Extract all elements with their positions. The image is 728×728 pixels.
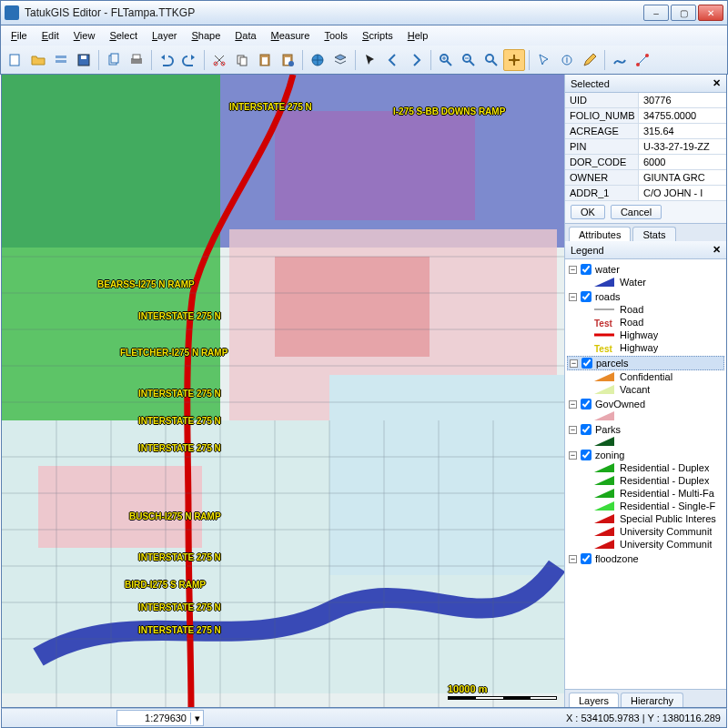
legend-item[interactable]: Residential - Multi-Fa: [594, 487, 724, 500]
legend-item[interactable]: Residential - Duplex: [594, 474, 724, 487]
legend-item[interactable]: Confidential: [594, 370, 724, 383]
paste-button[interactable]: [254, 49, 276, 71]
close-button[interactable]: ✕: [698, 5, 723, 21]
cut-button[interactable]: [208, 49, 230, 71]
open-layer-button[interactable]: [50, 49, 72, 71]
menu-edit[interactable]: Edit: [35, 28, 66, 43]
menu-measure[interactable]: Measure: [265, 28, 317, 43]
legend-group-roads[interactable]: −roads: [567, 290, 724, 303]
layer-visibility-checkbox[interactable]: [581, 553, 592, 564]
scale-input[interactable]: [117, 713, 190, 723]
identify-button[interactable]: i: [556, 49, 578, 71]
tab-stats[interactable]: Stats: [632, 227, 675, 241]
expand-icon[interactable]: −: [569, 293, 577, 301]
tab-attributes[interactable]: Attributes: [569, 227, 631, 241]
layer-visibility-checkbox[interactable]: [581, 450, 592, 460]
select-tool-button[interactable]: [533, 49, 555, 71]
zoom-full-button[interactable]: [480, 49, 502, 71]
attr-value[interactable]: 34755.0000: [638, 108, 726, 124]
menu-view[interactable]: View: [67, 28, 102, 43]
chevron-down-icon[interactable]: ▾: [190, 713, 203, 724]
menu-data[interactable]: Data: [228, 28, 262, 43]
expand-icon[interactable]: −: [569, 400, 577, 409]
legend-item[interactable]: University Communit: [594, 538, 724, 551]
cancel-button[interactable]: Cancel: [611, 205, 662, 219]
layer-visibility-checkbox[interactable]: [581, 358, 592, 369]
layer-visibility-checkbox[interactable]: [581, 399, 592, 410]
legend-item[interactable]: Special Public Interes: [594, 512, 724, 525]
open-button[interactable]: [27, 49, 49, 71]
legend-group-GovOwned[interactable]: −GovOwned: [567, 398, 724, 410]
print-button[interactable]: [126, 49, 147, 71]
legend-panel-close-icon[interactable]: ✕: [713, 244, 721, 256]
attr-value[interactable]: 6000: [638, 155, 726, 170]
expand-icon[interactable]: −: [569, 426, 577, 434]
new-project-button[interactable]: [5, 49, 26, 71]
scale-combobox[interactable]: ▾: [116, 710, 204, 726]
legend-item[interactable]: Water: [594, 276, 724, 288]
legend-item-label: Road: [620, 317, 643, 328]
map-viewport[interactable]: INTERSTATE 275 NI-275 S-BB DOWNS RAMPBEA…: [2, 75, 564, 707]
minimize-button[interactable]: –: [643, 5, 669, 21]
legend-item[interactable]: TestRoad: [594, 316, 724, 329]
attr-value[interactable]: C/O JOHN - I: [638, 186, 726, 201]
redo-button[interactable]: [178, 49, 200, 71]
legend-item[interactable]: [594, 410, 724, 421]
legend-item[interactable]: TestHighway: [594, 341, 724, 354]
menu-shape[interactable]: Shape: [186, 28, 228, 43]
selected-panel-close-icon[interactable]: ✕: [713, 77, 721, 89]
attribute-grid[interactable]: UID30776FOLIO_NUMB34755.0000ACREAGE315.6…: [565, 93, 726, 201]
zoom-out-button[interactable]: [458, 49, 480, 71]
nav-fwd-button[interactable]: [405, 49, 427, 71]
road-label: INTERSTATE 275 N: [138, 602, 221, 612]
undo-button[interactable]: [156, 49, 177, 71]
save-button[interactable]: [73, 49, 95, 71]
legend-item[interactable]: Road: [594, 303, 724, 316]
maximize-button[interactable]: ▢: [671, 5, 696, 21]
legend-item[interactable]: University Communit: [594, 525, 724, 538]
legend-group-Parks[interactable]: −Parks: [567, 423, 724, 436]
attr-value[interactable]: GIUNTA GRC: [638, 170, 726, 186]
zoom-in-button[interactable]: [435, 49, 457, 71]
expand-icon[interactable]: −: [569, 555, 577, 563]
menu-select[interactable]: Select: [103, 28, 144, 43]
attr-value[interactable]: 315.64: [638, 124, 726, 139]
layer-visibility-checkbox[interactable]: [581, 264, 592, 275]
legend-group-floodzone[interactable]: −floodzone: [567, 552, 724, 565]
tab-hierarchy[interactable]: Hierarchy: [621, 693, 683, 707]
legend-group-parcels[interactable]: −parcels: [567, 356, 724, 370]
attr-value[interactable]: U-33-27-19-ZZ: [638, 139, 726, 155]
ok-button[interactable]: OK: [571, 205, 605, 219]
legend-group-zoning[interactable]: −zoning: [567, 449, 724, 461]
attr-value[interactable]: 30776: [638, 93, 726, 108]
menu-scripts[interactable]: Scripts: [356, 28, 399, 43]
legend-item[interactable]: Residential - Duplex: [594, 461, 724, 474]
legend-tree[interactable]: −waterWater−roadsRoadTestRoadHighwayTest…: [565, 259, 726, 689]
menu-file[interactable]: File: [5, 28, 34, 43]
menu-help[interactable]: Help: [401, 28, 435, 43]
pointer-button[interactable]: [359, 49, 381, 71]
layer-visibility-checkbox[interactable]: [581, 424, 592, 435]
layers-button[interactable]: [329, 49, 351, 71]
layer-visibility-checkbox[interactable]: [581, 291, 592, 302]
menu-layer[interactable]: Layer: [146, 28, 184, 43]
paste-special-button[interactable]: [277, 49, 298, 71]
copy-button[interactable]: [103, 49, 125, 71]
expand-icon[interactable]: −: [570, 359, 578, 368]
legend-group-water[interactable]: −water: [567, 263, 724, 276]
legend-item[interactable]: Residential - Single-F: [594, 500, 724, 512]
copy-clip-button[interactable]: [231, 49, 253, 71]
expand-icon[interactable]: −: [569, 451, 577, 460]
legend-item[interactable]: [594, 436, 724, 447]
legend-item[interactable]: Highway: [594, 329, 724, 341]
nav-back-button[interactable]: [382, 49, 404, 71]
legend-item[interactable]: Vacant: [594, 383, 724, 396]
menu-tools[interactable]: Tools: [318, 28, 354, 43]
snap-button[interactable]: [632, 49, 653, 71]
draw-line-button[interactable]: [609, 49, 631, 71]
tab-layers[interactable]: Layers: [569, 693, 619, 707]
edit-tool-button[interactable]: [579, 49, 601, 71]
pan-button[interactable]: [503, 49, 525, 71]
expand-icon[interactable]: −: [569, 266, 577, 274]
globe-button[interactable]: [307, 49, 329, 71]
